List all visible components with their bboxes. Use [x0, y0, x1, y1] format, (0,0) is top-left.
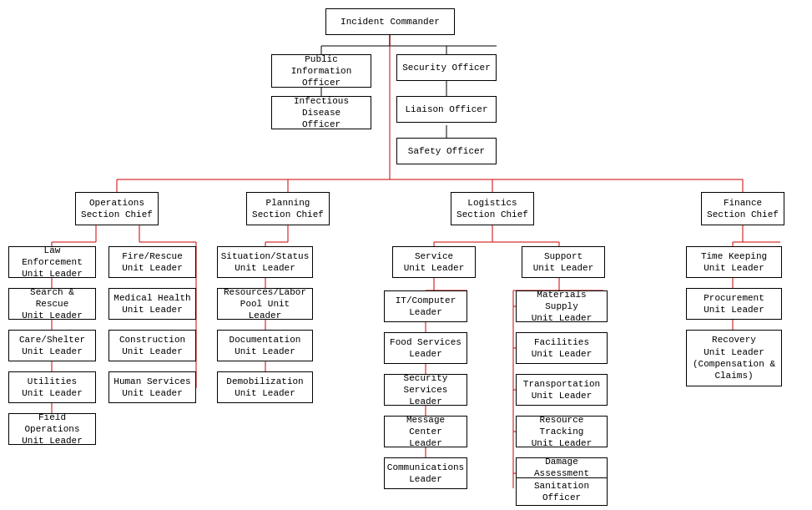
org-chart: Incident Commander Public InformationOff…	[0, 0, 812, 17]
time-keeping-box: Time KeepingUnit Leader	[686, 246, 782, 278]
care-shelter-box: Care/ShelterUnit Leader	[8, 330, 96, 361]
field-ops-box: Field OperationsUnit Leader	[8, 413, 96, 445]
message-center-box: Message CenterLeader	[384, 416, 467, 447]
medical-health-box: Medical HealthUnit Leader	[108, 288, 196, 320]
log-chief-box: LogisticsSection Chief	[451, 192, 534, 225]
communications-box: CommunicationsLeader	[384, 457, 467, 489]
documentation-box: DocumentationUnit Leader	[217, 330, 313, 361]
transportation-box: TransportationUnit Leader	[516, 374, 608, 406]
resource-tracking-box: Resource TrackingUnit Leader	[516, 416, 608, 447]
plan-chief-box: PlanningSection Chief	[246, 192, 330, 225]
utilities-box: UtilitiesUnit Leader	[8, 371, 96, 403]
incident-commander-box: Incident Commander	[325, 8, 455, 35]
safety-officer-box: Safety Officer	[396, 138, 497, 164]
ops-chief-box: OperationsSection Chief	[75, 192, 159, 225]
materials-supply-box: Materials SupplyUnit Leader	[516, 290, 608, 322]
support-unit-box: SupportUnit Leader	[522, 246, 605, 278]
it-computer-box: IT/ComputerLeader	[384, 290, 467, 322]
sanitation-box: SanitationOfficer	[516, 477, 608, 506]
procurement-box: ProcurementUnit Leader	[686, 288, 782, 320]
fin-chief-box: FinanceSection Chief	[701, 192, 784, 225]
security-officer-box: Security Officer	[396, 54, 497, 81]
fire-rescue-box: Fire/RescueUnit Leader	[108, 246, 196, 278]
infectious-disease-box: Infectious DiseaseOfficer	[271, 96, 371, 129]
liaison-officer-box: Liaison Officer	[396, 96, 497, 123]
public-info-box: Public InformationOfficer	[271, 54, 371, 88]
demobilization-box: DemobilizationUnit Leader	[217, 371, 313, 403]
law-enforcement-box: Law EnforcementUnit Leader	[8, 246, 96, 278]
security-services-box: Security ServicesLeader	[384, 374, 467, 406]
human-services-box: Human ServicesUnit Leader	[108, 371, 196, 403]
resources-labor-box: Resources/LaborPool Unit Leader	[217, 288, 313, 320]
construction-box: ConstructionUnit Leader	[108, 330, 196, 361]
food-services-box: Food ServicesLeader	[384, 332, 467, 364]
facilities-box: FacilitiesUnit Leader	[516, 332, 608, 364]
situation-status-box: Situation/StatusUnit Leader	[217, 246, 313, 278]
service-unit-box: ServiceUnit Leader	[392, 246, 476, 278]
search-rescue-box: Search & RescueUnit Leader	[8, 288, 96, 320]
recovery-box: RecoveryUnit Leader(Compensation &Claims…	[686, 330, 782, 386]
